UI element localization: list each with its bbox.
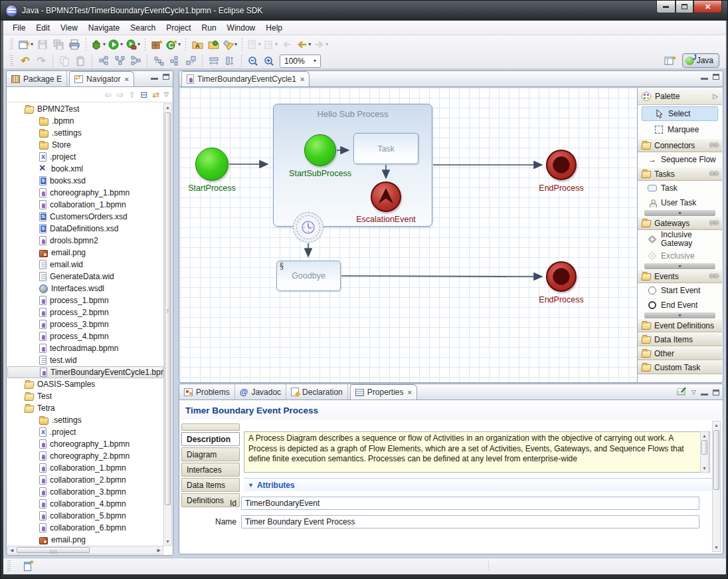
menu-project[interactable]: Project	[161, 22, 196, 34]
view-menu-icon[interactable]: ▽	[164, 91, 169, 98]
pin-drawer-icon[interactable]: ⦾⦾	[709, 219, 718, 227]
tree-item[interactable]: drools.bpmn2	[7, 235, 163, 247]
tree-item[interactable]: TimerBoundaryEventCycle1.bpmn	[7, 366, 163, 378]
undo-button[interactable]: ↶	[18, 54, 33, 68]
tree-item[interactable]: book.xml	[7, 163, 163, 175]
tree-item[interactable]: collaboration_4.bpmn	[7, 498, 163, 510]
debug-button[interactable]: ▾	[90, 37, 106, 52]
tree-item[interactable]: Test	[7, 390, 163, 402]
side-tab-diagram[interactable]: Diagram	[181, 447, 240, 461]
tree-item[interactable]: .project	[7, 426, 163, 438]
tree-item[interactable]: choreography_1.bpmn	[7, 438, 163, 450]
bottom-tab-close-icon[interactable]: ×	[407, 388, 411, 396]
tree-item[interactable]: books.xsd	[7, 175, 163, 187]
tree-item[interactable]: process_3.bpmn	[7, 318, 163, 330]
tree-item[interactable]: CustomersOrders.xsd	[7, 211, 163, 223]
zoom-in-button[interactable]	[262, 54, 276, 68]
tree-item[interactable]: collaboration_1.bpmn	[7, 199, 163, 211]
tree-item[interactable]: email.wid	[7, 259, 163, 271]
end-process-event-bottom[interactable]	[546, 261, 577, 292]
pin-drawer-icon[interactable]: ⦾⦾	[709, 170, 718, 178]
palette-item-sequence-flow[interactable]: →Sequence Flow	[638, 152, 722, 167]
match-size-button[interactable]	[183, 54, 198, 68]
view-maximize-icon[interactable]	[163, 74, 169, 80]
align-left-button[interactable]	[96, 54, 111, 68]
side-tab-interfaces[interactable]: Interfaces	[181, 463, 240, 477]
pin-editor-icon[interactable]	[677, 387, 687, 398]
palette-scroll-down-indicator[interactable]: ▼	[644, 263, 715, 269]
field-input-name[interactable]: Timer Boundary Event Process	[241, 515, 699, 528]
view-minimize-icon[interactable]	[151, 78, 158, 80]
maximize-button[interactable]	[676, 1, 693, 13]
view-tab-close-icon[interactable]: ×	[124, 75, 128, 83]
menu-search[interactable]: Search	[125, 22, 161, 34]
tree-item[interactable]: .project	[7, 151, 163, 163]
back-icon[interactable]: ⇦	[105, 90, 112, 100]
end-process-event-top[interactable]	[546, 150, 577, 180]
tab-declaration[interactable]: Declaration	[286, 384, 348, 400]
tree-item[interactable]: collaboration_6.bpmn	[7, 522, 163, 534]
back-button[interactable]: ▾	[296, 37, 312, 52]
tree-item[interactable]: .settings	[7, 414, 163, 426]
tree-item[interactable]: test.wid	[7, 354, 163, 366]
side-tab-description[interactable]: Description	[181, 432, 240, 446]
zoom-out-button[interactable]	[246, 54, 260, 68]
editor-tab-close-icon[interactable]: ×	[300, 75, 304, 83]
open-perspective-button[interactable]: ★	[663, 53, 678, 68]
tree-item[interactable]: collaboration_2.bpmn	[7, 474, 163, 486]
escalation-event[interactable]	[371, 181, 401, 212]
diagram-canvas[interactable]: Hello Sub Process Task § Goodbye	[180, 87, 638, 382]
menu-file[interactable]: File	[7, 22, 31, 34]
bottom-maximize-icon[interactable]	[713, 390, 719, 396]
align-center-button[interactable]	[112, 54, 127, 68]
tree-item[interactable]: collaboration_3.bpmn	[7, 486, 163, 498]
attributes-section-header[interactable]: ▼ Attributes	[244, 478, 719, 491]
menu-window[interactable]: Window	[222, 22, 261, 34]
view-tab-package-e[interactable]: Package E	[7, 71, 67, 86]
tab-problems[interactable]: Problems	[179, 384, 235, 400]
palette-item-task[interactable]: Task	[638, 181, 722, 195]
bottom-minimize-icon[interactable]	[701, 394, 708, 396]
editor-maximize-icon[interactable]	[713, 74, 719, 80]
pin-drawer-icon[interactable]: ⦾⦾	[709, 141, 718, 150]
palette-scroll-down-indicator[interactable]: ▼	[644, 312, 715, 318]
palette-drawer-other[interactable]: Other	[638, 346, 722, 360]
zoom-level-select[interactable]: 100%▾	[280, 55, 321, 68]
editor-minimize-icon[interactable]	[701, 78, 708, 80]
paste-button[interactable]	[73, 54, 88, 68]
run-button[interactable]: ▾	[108, 37, 124, 52]
description-scrollbar[interactable]: ▲ ▼	[700, 431, 709, 473]
side-tab-data-items[interactable]: Data Items	[181, 478, 240, 492]
palette-item-user-task[interactable]: User Task	[638, 195, 722, 210]
new-wizard-button[interactable]: ★▾	[18, 37, 34, 52]
distribute-vertical-button[interactable]	[167, 54, 182, 68]
subprocess-node[interactable]: Hello Sub Process	[273, 104, 432, 227]
tree-item[interactable]: collaboration_5.bpmn	[7, 510, 163, 522]
minimize-button[interactable]	[656, 1, 676, 13]
tree-item[interactable]: choreography_1.bpmn	[7, 187, 163, 199]
tree-item[interactable]: .settings	[7, 127, 163, 139]
palette-header[interactable]: Palette ▷	[638, 88, 722, 105]
palette-item-exclusive[interactable]: Exclusive	[638, 249, 722, 263]
distribute-horizontal-button[interactable]	[151, 54, 166, 68]
field-input-id[interactable]: TimerBoundaryEvent	[241, 497, 699, 510]
close-button[interactable]: ✕	[693, 1, 722, 13]
up-icon[interactable]: ⇧	[128, 90, 136, 100]
copy-button[interactable]	[57, 54, 72, 68]
timer-boundary-event[interactable]	[293, 212, 323, 243]
redo-button[interactable]: ↷	[34, 54, 48, 68]
palette-drawer-tasks[interactable]: Tasks⦾⦾	[638, 167, 722, 181]
tree-item[interactable]: DataDefinitions.xsd	[7, 223, 163, 235]
palette-item-inclusive-gateway[interactable]: Inclusive Gateway	[638, 230, 722, 249]
menu-view[interactable]: View	[55, 22, 83, 34]
palette-item-end-event[interactable]: End Event	[638, 298, 722, 312]
pin-drawer-icon[interactable]: ⦾⦾	[709, 272, 718, 281]
menu-edit[interactable]: Edit	[31, 22, 55, 34]
new-java-class-button[interactable]: C★▾	[165, 37, 181, 52]
run-external-tools-button[interactable]: ▾	[125, 37, 141, 52]
palette-drawer-gateways[interactable]: Gateways⦾⦾	[638, 216, 722, 230]
tree-item[interactable]: Tetra	[7, 402, 163, 414]
match-width-button[interactable]	[207, 54, 221, 68]
tree-item[interactable]: techroadmap.bpmn	[7, 342, 163, 354]
palette-tool-select[interactable]: Select	[642, 106, 718, 121]
